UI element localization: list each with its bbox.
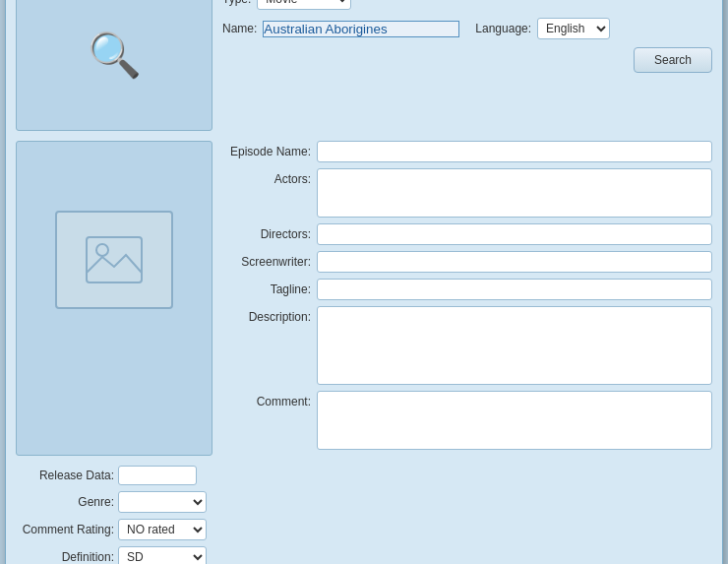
meta-fields-left: Release Data: Genre: Action Comedy Drama <box>16 456 212 564</box>
name-language-row: Name: Language: English French Spanish G… <box>222 18 712 39</box>
name-input[interactable] <box>263 21 459 37</box>
episode-name-input[interactable] <box>317 141 712 162</box>
screenwriter-input[interactable] <box>317 251 712 273</box>
svg-rect-0 <box>87 237 142 282</box>
comment-textarea[interactable] <box>317 391 712 450</box>
image-placeholder-icon <box>55 211 173 309</box>
right-fields: Episode Name: Actors: Directors: Screenw… <box>222 141 712 564</box>
release-data-input[interactable] <box>118 466 197 485</box>
release-data-row: Release Data: <box>16 466 212 485</box>
name-label: Name: <box>222 22 257 35</box>
comment-label: Comment: <box>222 391 311 408</box>
release-data-label: Release Data: <box>16 469 114 482</box>
search-icon: 🔍 <box>88 30 142 81</box>
svg-point-1 <box>96 244 108 256</box>
top-section: 🔍 Type: Movie TV Show Music Video Name: <box>16 0 712 131</box>
comment-row: Comment: <box>222 391 712 450</box>
description-textarea[interactable] <box>317 306 712 385</box>
directors-row: Directors: <box>222 223 712 245</box>
comment-rating-select[interactable]: NO rated G PG PG-13 R <box>118 519 207 540</box>
tagline-row: Tagline: <box>222 279 712 300</box>
top-fields: Type: Movie TV Show Music Video Name: La… <box>222 0 712 131</box>
episode-name-row: Episode Name: <box>222 141 712 162</box>
comment-rating-row: Comment Rating: NO rated G PG PG-13 R <box>16 519 212 540</box>
actors-textarea[interactable] <box>317 168 712 218</box>
description-row: Description: <box>222 306 712 385</box>
definition-row: Definition: SD HD 4K <box>16 546 212 564</box>
bottom-poster-box <box>16 141 212 456</box>
definition-select[interactable]: SD HD 4K <box>118 546 207 564</box>
actors-row: Actors: <box>222 168 712 218</box>
directors-label: Directors: <box>222 223 311 241</box>
tagline-input[interactable] <box>317 279 712 300</box>
search-button[interactable]: Search <box>634 47 712 73</box>
dialog-body: 🔍 Type: Movie TV Show Music Video Name: <box>6 0 722 564</box>
actors-label: Actors: <box>222 168 311 186</box>
description-label: Description: <box>222 306 311 324</box>
screenwriter-row: Screenwriter: <box>222 251 712 273</box>
tagline-label: Tagline: <box>222 279 311 296</box>
metadata-dialog: Metadata Info ✕ 🔍 Type: Movie TV Show Mu… <box>5 0 723 564</box>
bottom-section: Release Data: Genre: Action Comedy Drama <box>16 141 712 564</box>
directors-input[interactable] <box>317 223 712 245</box>
episode-name-label: Episode Name: <box>222 141 311 158</box>
definition-label: Definition: <box>16 550 114 564</box>
genre-row: Genre: Action Comedy Drama <box>16 491 212 513</box>
genre-label: Genre: <box>16 495 114 509</box>
type-label: Type: <box>222 0 251 6</box>
genre-select[interactable]: Action Comedy Drama <box>118 491 207 513</box>
type-row: Type: Movie TV Show Music Video <box>222 0 712 10</box>
language-label: Language: <box>475 22 531 35</box>
top-poster-box: 🔍 <box>16 0 212 131</box>
screenwriter-label: Screenwriter: <box>222 251 311 269</box>
type-select[interactable]: Movie TV Show Music Video <box>257 0 351 10</box>
comment-rating-label: Comment Rating: <box>16 523 114 536</box>
language-select[interactable]: English French Spanish German <box>537 18 610 39</box>
